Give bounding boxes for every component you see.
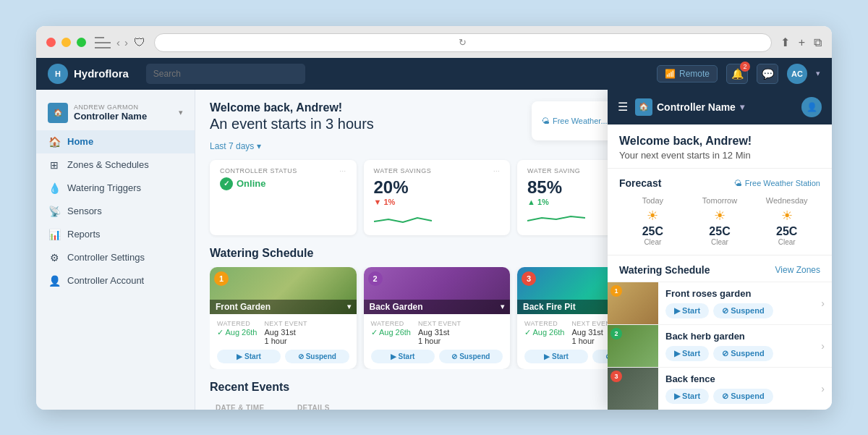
online-dot: ✓ [220,177,233,190]
chat-button[interactable]: 💬 [757,64,778,84]
forecast-day-wednesday: Wednesday ☀ 25C Clear [753,196,820,246]
controller-avatar: 🏠 [48,103,68,123]
panel-menu-icon[interactable]: ☰ [618,100,628,114]
zone-suspend-2[interactable]: ⊘ Suspend [439,350,503,363]
panel-user-icon[interactable]: 👤 [801,97,822,117]
panel-ctrl-icon: 🏠 [635,98,652,116]
panel-zone-start-2[interactable]: ▶ Start [665,346,709,361]
sidebar-item-home[interactable]: 🏠 Home [36,130,195,153]
zone-start-3[interactable]: ▶ Start [524,350,588,363]
trend-chart-saving1 [527,211,585,225]
panel-zone-suspend-3[interactable]: ⊘ Suspend [713,389,773,404]
panel-welcome: Welcome back, Andrew! Your next event st… [608,124,832,169]
sidebar-toggle-icon[interactable] [95,37,111,48]
close-button[interactable] [46,38,56,47]
controller-settings-icon: ⚙ [48,252,61,263]
stat-more-savings[interactable]: ··· [493,167,500,174]
zone-actions-1: ▶ Start ⊘ Suspend [217,350,349,363]
zone-expand-1[interactable]: ▾ [347,303,351,311]
sidebar-item-zones[interactable]: ⊞ Zones & Schedules [36,153,195,177]
panel-zone-start-3[interactable]: ▶ Start [665,389,709,404]
forecast-day-tomorrow: Tomorrow ☀ 25C Clear [686,196,754,246]
browser-chrome: ‹ › 🛡 ↻ ⬆ + ⧉ [36,26,832,58]
panel-zone-chevron-1[interactable]: › [814,282,832,324]
browser-window-controls [46,38,86,47]
panel-controller-info: 🏠 Controller Name ▾ [635,98,794,116]
sidebar-item-sensors[interactable]: 📡 Sensors [36,200,195,223]
zone-next-2: NEXT EVENT Aug 31st1 hour [418,320,461,345]
panel-forecast: Forecast 🌤 Free Weather Station Today ☀ … [608,169,832,255]
sidebar-item-sensors-label: Sensors [67,206,102,216]
forward-arrow[interactable]: › [124,36,128,48]
sidebar-item-controller-account[interactable]: 👤 Controller Account [36,269,195,292]
remote-button[interactable]: 📶 Remote [657,65,718,83]
panel-zone-item-3: 3 Back fence ▶ Start ⊘ Suspend › [608,367,832,410]
app-name: Hydroflora [74,67,129,80]
stat-label-status: CONTROLLER STATUS ··· [220,167,346,174]
forecast-days: Today ☀ 25C Clear Tomorrow ☀ 25C Clear [619,196,820,246]
sidebar-item-triggers[interactable]: 💧 Watering Triggers [36,177,195,200]
panel-forecast-header: Forecast 🌤 Free Weather Station [619,177,820,189]
reports-icon: 📊 [48,229,61,240]
zone-start-2[interactable]: ▶ Start [371,350,435,363]
zone-name-bar-1: Front Garden ▾ [210,300,357,314]
maximize-button[interactable] [77,38,86,47]
panel-zone-suspend-1[interactable]: ⊘ Suspend [713,303,773,318]
zone-meta-1: WATERED ✓ Aug 26th NEXT EVENT Aug 31st1 … [217,320,349,345]
sidebar-item-controller-settings[interactable]: ⚙ Controller Settings [36,246,195,269]
sidebar: 🏠 ANDREW GARMON Controller Name ▾ 🏠 Home… [36,90,195,410]
panel-zone-actions-2: ▶ Start ⊘ Suspend [665,346,807,361]
main-layout: 🏠 ANDREW GARMON Controller Name ▾ 🏠 Home… [36,90,832,410]
zone-watered-2: WATERED ✓ Aug 26th [371,320,412,345]
zone-name-bar-2: Back Garden ▾ [364,300,511,314]
user-dropdown-arrow[interactable]: ▾ [816,69,820,78]
panel-zone-chevron-3[interactable]: › [814,368,832,410]
stat-more-status[interactable]: ··· [339,167,346,174]
zone-expand-2[interactable]: ▾ [501,303,504,311]
panel-zone-name-2: Back herb garden [665,331,807,342]
search-input[interactable] [146,64,305,84]
add-tab-icon[interactable]: + [799,36,805,49]
refresh-icon[interactable]: ↻ [459,37,467,48]
sidebar-item-reports-label: Reports [67,229,101,240]
user-avatar-button[interactable]: AC [787,64,807,84]
zone-number-1: 1 [214,271,229,286]
zone-suspend-1[interactable]: ⊘ Suspend [285,350,349,363]
sidebar-item-reports[interactable]: 📊 Reports [36,223,195,246]
sidebar-item-account-label: Controller Account [67,275,144,286]
col-datetime: DATE & TIME [210,401,292,410]
panel-controller-chevron[interactable]: ▾ [740,102,744,112]
sidebar-controller-chevron[interactable]: ▾ [179,108,183,117]
tabs-icon[interactable]: ⧉ [814,36,822,49]
chat-icon: 💬 [762,68,774,80]
panel-zone-body-3: Back fence ▶ Start ⊘ Suspend [658,368,814,410]
weather-brand: 🌤 Free Weather... [542,117,608,125]
back-arrow[interactable]: ‹ [116,36,120,48]
panel-zone-body-2: Back herb garden ▶ Start ⊘ Suspend [658,325,814,367]
view-zones-link[interactable]: View Zones [775,265,820,275]
panel-zone-start-1[interactable]: ▶ Start [665,303,709,318]
panel-zone-actions-3: ▶ Start ⊘ Suspend [665,389,807,404]
browser-window: ‹ › 🛡 ↻ ⬆ + ⧉ H Hydroflora 📶 [36,26,832,410]
panel-zone-suspend-2[interactable]: ⊘ Suspend [713,346,773,361]
panel-zone-chevron-2[interactable]: › [814,325,832,367]
notification-button[interactable]: 🔔 2 [726,64,748,84]
zone-start-1[interactable]: ▶ Start [217,350,281,363]
trend-chart-savings [374,211,432,225]
stat-label-savings: WATER SAVINGS ··· [374,167,501,174]
panel-zone-actions-1: ▶ Start ⊘ Suspend [665,303,807,318]
stat-trend-savings [374,211,501,228]
zones-icon: ⊞ [48,159,61,171]
address-bar[interactable]: ↻ [154,33,772,52]
main-content: Welcome back, Andrew! An event starts in… [195,90,832,410]
panel-zone-item-2: 2 Back herb garden ▶ Start ⊘ Suspend › [608,324,832,367]
panel-forecast-brand: 🌤 Free Weather Station [734,179,820,187]
share-icon[interactable]: ⬆ [780,35,790,49]
browser-actions: ⬆ + ⧉ [780,35,822,49]
panel-zone-number-3: 3 [610,371,622,382]
panel-schedule-header: Watering Schedule View Zones [608,255,832,282]
minimize-button[interactable] [61,38,71,47]
date-filter-chevron: ▾ [257,141,261,151]
controller-info: ANDREW GARMON Controller Name [74,104,173,122]
sidebar-item-settings-label: Controller Settings [67,252,145,263]
